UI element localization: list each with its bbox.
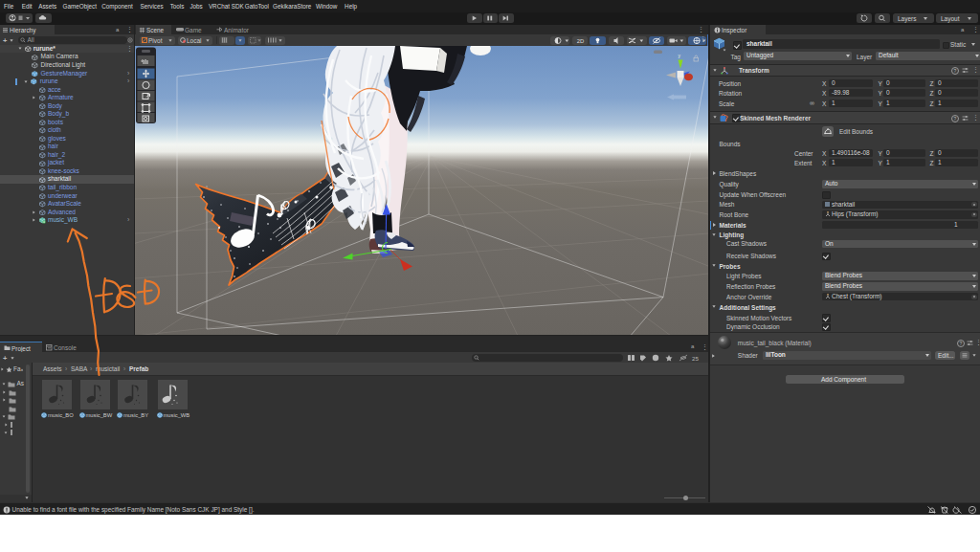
svg-text:2D: 2D [577,37,584,43]
svg-text:25: 25 [692,355,699,362]
